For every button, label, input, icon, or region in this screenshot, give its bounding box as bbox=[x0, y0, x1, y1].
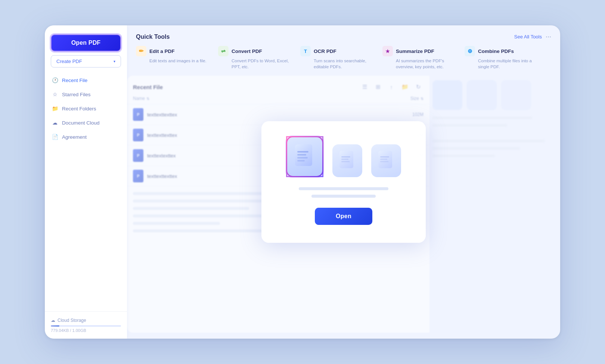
create-pdf-label: Create PDF bbox=[56, 59, 82, 64]
file-select-modal: Open bbox=[261, 121, 426, 243]
sidebar-bottom: ☁ Cloud Storage 779.04KB / 1.00GB bbox=[45, 311, 127, 339]
cloud-storage-label: ☁ Cloud Storage bbox=[51, 318, 121, 323]
svg-rect-13 bbox=[380, 161, 388, 162]
doc-svg-3 bbox=[377, 150, 395, 171]
file-icons-row bbox=[286, 136, 401, 177]
sidebar-item-label: Starred Files bbox=[62, 92, 91, 97]
folder-icon: 📁 bbox=[52, 105, 58, 112]
doc-svg-active bbox=[294, 144, 316, 170]
skeleton-line bbox=[311, 195, 376, 198]
document-icon: 📄 bbox=[52, 134, 58, 140]
sidebar-item-recent-folders[interactable]: 📁 Recent Folders bbox=[48, 102, 124, 115]
svg-rect-4 bbox=[297, 157, 308, 159]
svg-rect-2 bbox=[297, 151, 308, 153]
file-icon-card-2[interactable] bbox=[332, 144, 362, 177]
sidebar-item-label: Agreement bbox=[62, 134, 87, 140]
sidebar-nav: 🕐 Recent File ☆ Starred Files 📁 Recent F… bbox=[45, 73, 127, 144]
svg-rect-8 bbox=[341, 159, 348, 160]
chevron-down-icon: ▾ bbox=[114, 59, 115, 63]
sidebar-item-label: Recent Folders bbox=[62, 106, 96, 112]
sidebar-item-agreement[interactable]: 📄 Agreement bbox=[48, 130, 124, 144]
main-content: Quick Tools See All Tools ··· ✏ Edit a P… bbox=[127, 25, 560, 339]
create-pdf-button[interactable]: Create PDF ▾ bbox=[51, 55, 121, 68]
recent-file-icon: 🕐 bbox=[52, 77, 58, 84]
svg-rect-0 bbox=[295, 144, 312, 166]
doc-svg-2 bbox=[338, 150, 356, 171]
skeleton-line bbox=[299, 187, 389, 190]
svg-rect-7 bbox=[341, 156, 350, 157]
sidebar-item-label: Recent File bbox=[62, 78, 87, 83]
sidebar-item-label: Document Cloud bbox=[62, 120, 100, 126]
svg-rect-3 bbox=[297, 154, 306, 156]
sidebar-item-document-cloud[interactable]: ☁ Document Cloud bbox=[48, 116, 124, 129]
storage-bar-fill bbox=[51, 325, 59, 327]
sidebar-item-starred-files[interactable]: ☆ Starred Files bbox=[48, 88, 124, 101]
cloud-small-icon: ☁ bbox=[51, 318, 55, 323]
cloud-icon: ☁ bbox=[52, 119, 58, 126]
svg-rect-12 bbox=[380, 159, 387, 160]
file-icon-card-active[interactable] bbox=[286, 136, 323, 177]
modal-open-button[interactable]: Open bbox=[315, 208, 372, 225]
storage-bar-background bbox=[51, 325, 121, 327]
sidebar-top: Open PDF Create PDF ▾ bbox=[45, 34, 127, 73]
modal-skeleton-area bbox=[279, 186, 408, 199]
app-window: Open PDF Create PDF ▾ 🕐 Recent File ☆ St… bbox=[45, 25, 560, 339]
file-select-overlay: Open bbox=[127, 25, 560, 339]
svg-rect-11 bbox=[380, 156, 389, 157]
sidebar-item-recent-file[interactable]: 🕐 Recent File bbox=[48, 73, 124, 87]
storage-text: 779.04KB / 1.00GB bbox=[51, 328, 121, 333]
open-pdf-button[interactable]: Open PDF bbox=[51, 34, 121, 51]
svg-rect-1 bbox=[295, 144, 312, 166]
sidebar: Open PDF Create PDF ▾ 🕐 Recent File ☆ St… bbox=[45, 25, 127, 339]
svg-rect-9 bbox=[341, 161, 350, 162]
content-row: Recent File ☰ ⊞ ↑ 📁 ↻ Name ⇅ bbox=[127, 76, 560, 339]
file-icon-card-3[interactable] bbox=[371, 144, 401, 177]
star-icon: ☆ bbox=[52, 91, 58, 98]
svg-rect-5 bbox=[297, 160, 305, 161]
